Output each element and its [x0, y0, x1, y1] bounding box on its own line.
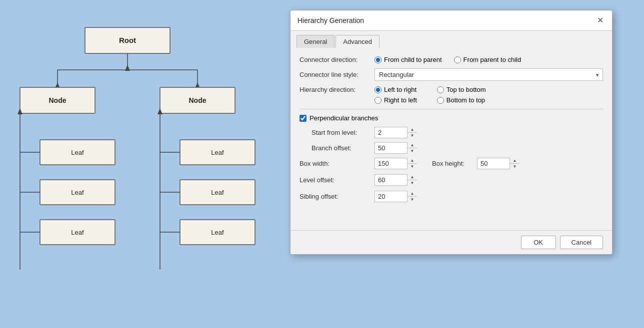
box-width-label: Box width:: [300, 160, 374, 167]
dialog-footer: OK Cancel: [290, 230, 612, 254]
radio-bottom-to-top-input[interactable]: [437, 97, 444, 104]
box-width-spinner: ▲ ▼: [374, 158, 417, 169]
connector-line-style-row: Connector line style: Rectangular Curved…: [300, 68, 603, 81]
section-divider: [300, 109, 603, 109]
start-from-level-down[interactable]: ▼: [408, 133, 417, 138]
hierarchy-direction-row: Hierarchy direction: Left to right Right…: [300, 86, 603, 104]
branch-offset-down[interactable]: ▼: [408, 148, 417, 154]
tab-advanced[interactable]: Advanced: [336, 35, 380, 48]
perpendicular-branches-row: Perpendicular branches: [300, 114, 603, 122]
dialog-title: Hierarchy Generation: [298, 16, 364, 24]
connector-direction-label: Connector direction:: [300, 56, 374, 63]
radio-parent-to-child[interactable]: From parent to child: [454, 56, 522, 63]
tab-general[interactable]: General: [296, 35, 334, 48]
dialog-titlebar: Hierarchy Generation ✕: [290, 10, 612, 31]
diagram-svg: Root Node Node Leaf Leaf: [0, 0, 285, 328]
diagram-area: Root Node Node Leaf Leaf: [0, 0, 285, 328]
sibling-offset-down[interactable]: ▼: [408, 197, 417, 202]
sibling-offset-up[interactable]: ▲: [408, 191, 417, 197]
branch-offset-label: Branch offset:: [312, 144, 374, 152]
start-from-level-spinner-btns: ▲ ▼: [407, 127, 417, 138]
box-height-up[interactable]: ▲: [510, 158, 520, 164]
box-height-down[interactable]: ▼: [510, 164, 520, 169]
hierarchy-dialog: Hierarchy Generation ✕ General Advanced …: [290, 10, 612, 255]
tab-bar: General Advanced: [290, 31, 612, 48]
radio-bottom-to-top-label: Bottom to top: [446, 96, 485, 104]
svg-text:Node: Node: [189, 96, 206, 104]
direction-col-right: Top to bottom Bottom to top: [437, 86, 486, 104]
svg-text:Leaf: Leaf: [211, 229, 224, 236]
content-spacer: [300, 207, 603, 222]
hierarchy-direction-group: Left to right Right to left Top to botto…: [374, 86, 486, 104]
start-from-level-row: Start from level: ▲ ▼: [300, 127, 603, 138]
box-width-up[interactable]: ▲: [408, 158, 417, 164]
radio-parent-to-child-label: From parent to child: [464, 56, 522, 63]
level-offset-spinner-btns: ▲ ▼: [407, 174, 417, 186]
svg-text:Leaf: Leaf: [211, 189, 224, 196]
sibling-offset-spinner-btns: ▲ ▼: [407, 191, 417, 202]
level-offset-down[interactable]: ▼: [408, 180, 417, 186]
hierarchy-direction-label: Hierarchy direction:: [300, 86, 374, 93]
radio-right-to-left-label: Right to left: [384, 96, 417, 104]
branch-offset-spinner: ▲ ▼: [374, 142, 417, 154]
branch-offset-up[interactable]: ▲: [408, 142, 417, 148]
close-button[interactable]: ✕: [595, 15, 605, 25]
start-from-level-label: Start from level:: [312, 129, 374, 136]
radio-child-to-parent[interactable]: From child to parent: [374, 56, 442, 63]
level-offset-label: Level offset:: [300, 176, 374, 184]
radio-child-to-parent-label: From child to parent: [384, 56, 442, 63]
cancel-button[interactable]: Cancel: [560, 236, 603, 249]
radio-top-to-bottom[interactable]: Top to bottom: [437, 86, 486, 93]
radio-top-to-bottom-label: Top to bottom: [446, 86, 486, 93]
box-height-spinner: ▲ ▼: [477, 158, 520, 169]
sibling-offset-label: Sibling offset:: [300, 193, 374, 200]
radio-left-to-right[interactable]: Left to right: [374, 86, 417, 93]
box-width-spinner-btns: ▲ ▼: [407, 158, 417, 169]
radio-parent-to-child-input[interactable]: [454, 56, 461, 63]
connector-direction-group: From child to parent From parent to chil…: [374, 56, 521, 63]
perpendicular-branches-label: Perpendicular branches: [310, 114, 378, 122]
branch-offset-spinner-btns: ▲ ▼: [407, 142, 417, 154]
dialog-content: Connector direction: From child to paren…: [290, 48, 612, 230]
sibling-offset-row: Sibling offset: ▲ ▼: [300, 191, 603, 202]
branch-offset-row: Branch offset: ▲ ▼: [300, 142, 603, 154]
radio-left-to-right-input[interactable]: [374, 86, 382, 93]
svg-text:Leaf: Leaf: [71, 189, 84, 196]
connector-line-style-dropdown-wrap: Rectangular Curved Straight ▾: [374, 68, 603, 81]
box-dimensions-row: Box width: ▲ ▼ Box height: ▲ ▼: [300, 158, 603, 169]
connector-line-style-select[interactable]: Rectangular Curved Straight: [374, 68, 603, 81]
svg-text:Leaf: Leaf: [211, 149, 224, 156]
box-height-label: Box height:: [432, 160, 477, 167]
perpendicular-branches-checkbox[interactable]: [300, 115, 306, 122]
level-offset-up[interactable]: ▲: [408, 174, 417, 180]
direction-col-left: Left to right Right to left: [374, 86, 417, 104]
start-from-level-up[interactable]: ▲: [408, 127, 417, 133]
radio-left-to-right-label: Left to right: [384, 86, 416, 93]
radio-bottom-to-top[interactable]: Bottom to top: [437, 96, 486, 104]
ok-button[interactable]: OK: [521, 236, 556, 249]
box-height-spinner-btns: ▲ ▼: [510, 158, 520, 169]
start-from-level-spinner: ▲ ▼: [374, 127, 417, 138]
box-width-down[interactable]: ▼: [408, 164, 417, 169]
svg-text:Node: Node: [49, 96, 66, 104]
connector-line-style-label: Connector line style:: [300, 71, 374, 78]
radio-top-to-bottom-input[interactable]: [437, 86, 444, 93]
level-offset-spinner: ▲ ▼: [374, 174, 417, 186]
radio-right-to-left-input[interactable]: [374, 97, 382, 104]
connector-direction-row: Connector direction: From child to paren…: [300, 56, 603, 63]
sibling-offset-spinner: ▲ ▼: [374, 191, 417, 202]
radio-child-to-parent-input[interactable]: [374, 56, 382, 63]
svg-text:Leaf: Leaf: [71, 149, 84, 156]
level-offset-row: Level offset: ▲ ▼: [300, 174, 603, 186]
svg-text:Leaf: Leaf: [71, 229, 84, 236]
svg-text:Root: Root: [119, 36, 136, 44]
radio-right-to-left[interactable]: Right to left: [374, 96, 417, 104]
